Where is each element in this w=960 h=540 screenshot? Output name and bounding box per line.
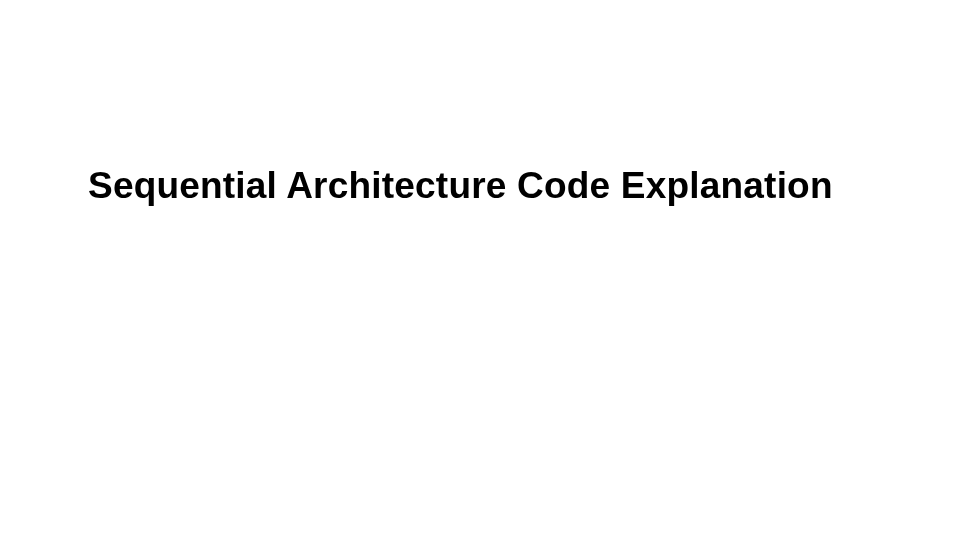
slide-title: Sequential Architecture Code Explanation	[88, 165, 833, 207]
slide-container: Sequential Architecture Code Explanation	[0, 0, 960, 540]
